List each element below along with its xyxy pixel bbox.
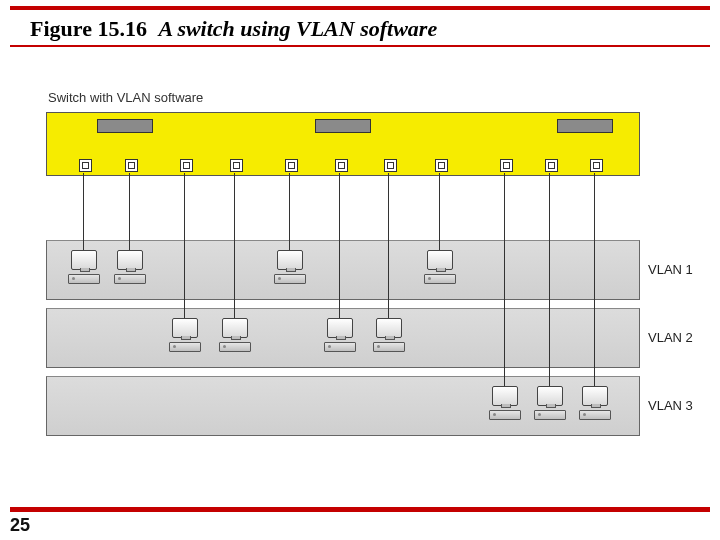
computer-icon — [579, 386, 613, 420]
computer-icon — [219, 318, 253, 352]
page-number: 25 — [10, 515, 30, 536]
figure-title-row: Figure 15.16 A switch using VLAN softwar… — [30, 16, 690, 42]
computer-icon — [114, 250, 148, 284]
switch-module — [97, 119, 153, 133]
vlan-label: VLAN 1 — [648, 262, 708, 277]
computer-icon — [274, 250, 308, 284]
figure-caption: A switch using VLAN software — [158, 16, 437, 41]
cable — [388, 173, 389, 319]
computer-icon — [169, 318, 203, 352]
switch-module — [557, 119, 613, 133]
computer-icon — [534, 386, 568, 420]
cable — [439, 173, 440, 251]
cable — [339, 173, 340, 319]
switch-module — [315, 119, 371, 133]
computer-icon — [373, 318, 407, 352]
switch-port — [230, 159, 243, 172]
switch-port — [285, 159, 298, 172]
computer-icon — [68, 250, 102, 284]
switch-port — [125, 159, 138, 172]
vlan-diagram: Switch with VLAN software VLAN 1 VLAN 2 … — [46, 90, 706, 470]
cable — [83, 173, 84, 251]
footer-rule — [10, 507, 710, 512]
switch-port — [180, 159, 193, 172]
cable — [504, 173, 505, 387]
switch-label: Switch with VLAN software — [48, 90, 203, 105]
header-rule-thin — [10, 45, 710, 47]
switch-port — [545, 159, 558, 172]
cable — [549, 173, 550, 387]
vlan-label: VLAN 2 — [648, 330, 708, 345]
switch-port — [435, 159, 448, 172]
switch-port — [590, 159, 603, 172]
cable — [289, 173, 290, 251]
figure-number: Figure 15.16 — [30, 16, 147, 41]
switch-body — [46, 112, 640, 176]
cable — [234, 173, 235, 319]
computer-icon — [489, 386, 523, 420]
switch-port — [335, 159, 348, 172]
vlan-label: VLAN 3 — [648, 398, 708, 413]
cable — [184, 173, 185, 319]
cable — [129, 173, 130, 251]
computer-icon — [424, 250, 458, 284]
switch-port — [384, 159, 397, 172]
computer-icon — [324, 318, 358, 352]
cable — [594, 173, 595, 387]
switch-port — [79, 159, 92, 172]
header-rule-thick — [10, 6, 710, 10]
switch-port — [500, 159, 513, 172]
